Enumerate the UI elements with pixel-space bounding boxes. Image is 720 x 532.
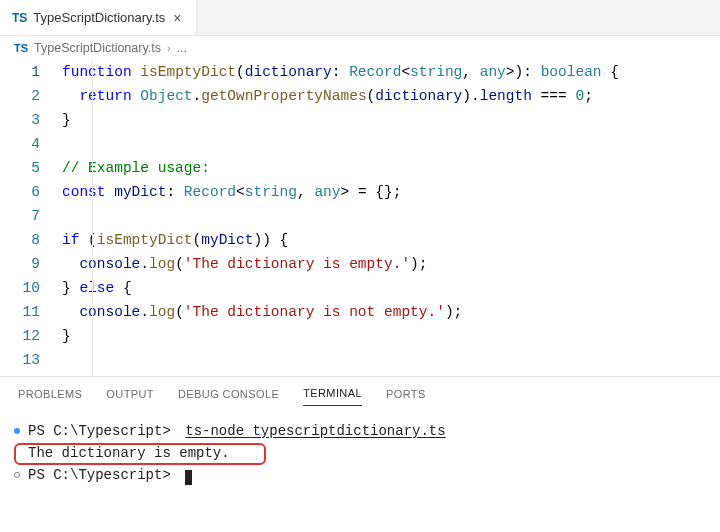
dot-icon xyxy=(14,428,20,434)
line-number: 4 xyxy=(0,132,40,156)
cursor-icon xyxy=(185,470,192,485)
line-gutter: 1 2 3 4 5 6 7 8 9 10 11 12 13 xyxy=(0,60,52,376)
editor-tab[interactable]: TS TypeScriptDictionary.ts × xyxy=(0,0,197,35)
close-icon[interactable]: × xyxy=(171,10,183,26)
code-line[interactable]: } xyxy=(62,324,720,348)
line-number: 2 xyxy=(0,84,40,108)
code-line[interactable] xyxy=(62,132,720,156)
tab-problems[interactable]: PROBLEMS xyxy=(18,382,82,406)
terminal-line: The dictionary is empty. xyxy=(14,442,706,464)
code-line[interactable]: // Example usage: xyxy=(62,156,720,180)
dot-icon xyxy=(14,472,20,478)
terminal-output: The dictionary is empty. xyxy=(28,442,230,464)
typescript-icon: TS xyxy=(12,11,27,25)
code-line[interactable]: function isEmptyDict(dictionary: Record<… xyxy=(62,60,720,84)
line-number: 12 xyxy=(0,324,40,348)
tab-filename: TypeScriptDictionary.ts xyxy=(33,10,165,25)
line-number: 3 xyxy=(0,108,40,132)
tab-terminal[interactable]: TERMINAL xyxy=(303,381,362,406)
line-number: 6 xyxy=(0,180,40,204)
terminal-line: PS C:\Typescript> ts-node typescriptdict… xyxy=(14,420,706,442)
chevron-right-icon: › xyxy=(167,42,171,54)
line-number: 9 xyxy=(0,252,40,276)
line-number: 7 xyxy=(0,204,40,228)
terminal-prompt: PS C:\Typescript> xyxy=(28,464,179,486)
tab-ports[interactable]: PORTS xyxy=(386,382,426,406)
terminal-prompt: PS C:\Typescript> xyxy=(28,420,179,442)
line-number: 10 xyxy=(0,276,40,300)
line-number: 11 xyxy=(0,300,40,324)
breadcrumb-file: TypeScriptDictionary.ts xyxy=(34,41,161,55)
code-line[interactable]: } xyxy=(62,108,720,132)
line-number: 1 xyxy=(0,60,40,84)
terminal-command: ts-node typescriptdictionary.ts xyxy=(185,420,445,442)
code-line[interactable]: console.log('The dictionary is not empty… xyxy=(62,300,720,324)
line-number: 13 xyxy=(0,348,40,372)
code-editor[interactable]: 1 2 3 4 5 6 7 8 9 10 11 12 13 function i… xyxy=(0,60,720,376)
token-keyword: function xyxy=(62,64,132,80)
panel-tab-bar: PROBLEMS OUTPUT DEBUG CONSOLE TERMINAL P… xyxy=(0,376,720,410)
breadcrumb[interactable]: TS TypeScriptDictionary.ts › ... xyxy=(0,36,720,60)
tab-bar: TS TypeScriptDictionary.ts × xyxy=(0,0,720,36)
code-line[interactable]: } else { xyxy=(62,276,720,300)
code-line[interactable]: console.log('The dictionary is empty.'); xyxy=(62,252,720,276)
terminal-panel[interactable]: PS C:\Typescript> ts-node typescriptdict… xyxy=(0,410,720,494)
terminal-line: PS C:\Typescript> xyxy=(14,464,706,486)
line-number: 8 xyxy=(0,228,40,252)
code-line[interactable] xyxy=(62,204,720,228)
tab-debug-console[interactable]: DEBUG CONSOLE xyxy=(178,382,279,406)
code-line[interactable]: return Object.getOwnPropertyNames(dictio… xyxy=(62,84,720,108)
code-line[interactable]: const myDict: Record<string, any> = {}; xyxy=(62,180,720,204)
token-fn: isEmptyDict xyxy=(140,64,236,80)
typescript-icon: TS xyxy=(14,42,28,54)
line-number: 5 xyxy=(0,156,40,180)
tab-output[interactable]: OUTPUT xyxy=(106,382,154,406)
code-area[interactable]: function isEmptyDict(dictionary: Record<… xyxy=(52,60,720,376)
indent-guide xyxy=(92,60,93,376)
code-line[interactable]: if (isEmptyDict(myDict)) { xyxy=(62,228,720,252)
code-line[interactable] xyxy=(62,348,720,372)
breadcrumb-tail: ... xyxy=(177,41,187,55)
